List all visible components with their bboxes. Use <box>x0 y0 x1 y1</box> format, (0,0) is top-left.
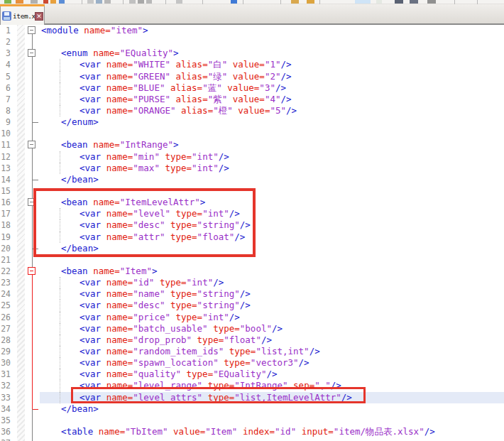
code-line[interactable]: 9</enum> <box>0 116 504 128</box>
code-text: <enum name="EQuality"> <box>40 48 504 59</box>
code-text: <var name="PURSE" alias="紫" value="4"/> <box>40 94 504 105</box>
toolbar-button-fragment[interactable] <box>87 0 94 4</box>
toolbar-button-fragment[interactable] <box>376 0 382 4</box>
code-text: <var name="WHITE" alias="白" value="1"/> <box>40 59 504 70</box>
toolbar-button-fragment[interactable] <box>129 0 136 4</box>
code-line[interactable]: 19<var name="attr" type="float"/> <box>0 232 504 243</box>
toolbar-button-fragment[interactable] <box>176 0 182 4</box>
code-line[interactable]: 33<var name="level_attrs" type="list,Ite… <box>0 392 504 403</box>
code-line[interactable]: 17<var name="level" type="int"/> <box>0 208 504 219</box>
fold-margin <box>14 254 40 266</box>
code-text <box>40 128 504 139</box>
indent-guide <box>60 163 60 174</box>
tab-close-icon[interactable]: ✕ <box>35 12 43 21</box>
toolbar-button-fragment[interactable] <box>231 0 237 4</box>
toolbar-button-fragment[interactable] <box>146 0 152 4</box>
code-text: <table name="TbItem" value="Item" index=… <box>40 426 504 437</box>
line-number: 35 <box>0 415 14 426</box>
code-line[interactable]: 29<var name="random_item_ids" type="list… <box>0 346 504 357</box>
code-text: <var name="price" type="int"/> <box>40 312 504 323</box>
code-line[interactable]: 3<enum name="EQuality"> <box>0 48 504 59</box>
toolbar-button-fragment[interactable] <box>104 0 111 4</box>
code-line[interactable]: 25<var name="desc" type="string"/> <box>0 300 504 311</box>
code-line[interactable]: 1<module name="item"> <box>0 25 504 36</box>
code-line[interactable]: 21 <box>0 254 504 266</box>
toolbar-button-fragment[interactable] <box>395 0 403 4</box>
code-line[interactable]: 20</bean> <box>0 243 504 254</box>
code-line[interactable]: 7<var name="PURSE" alias="紫" value="4"/> <box>0 94 504 105</box>
toolbar-button-fragment[interactable] <box>4 0 11 4</box>
code-text: </enum> <box>40 116 504 128</box>
fold-collapse-icon[interactable] <box>14 139 40 151</box>
fold-margin <box>14 208 40 219</box>
code-text: <bean name="ItemLevelAttr"> <box>40 197 504 208</box>
toolbar-button-fragment[interactable] <box>50 0 56 4</box>
code-line[interactable]: 27<var name="batch_usable" type="bool"/> <box>0 323 504 334</box>
code-line[interactable]: 30<var name="spawn_location" type="vecto… <box>0 357 504 369</box>
code-editor[interactable]: 1<module name="item">23<enum name="EQual… <box>0 25 504 441</box>
fold-margin <box>14 232 40 243</box>
indent-guide <box>60 334 60 346</box>
toolbar-button-fragment[interactable] <box>410 0 418 4</box>
code-line[interactable]: 26<var name="price" type="int"/> <box>0 312 504 323</box>
line-number: 18 <box>0 219 14 231</box>
line-number: 11 <box>0 139 14 151</box>
code-text: <var name="drop_prob" type="float"/> <box>40 334 504 346</box>
fold-collapse-icon[interactable] <box>14 197 40 208</box>
code-line[interactable]: 22<bean name="Item"> <box>0 266 504 277</box>
code-line[interactable]: 16<bean name="ItemLevelAttr"> <box>0 197 504 208</box>
fold-margin <box>14 116 40 128</box>
toolbar-button-fragment[interactable] <box>307 0 314 4</box>
fold-margin <box>14 415 40 426</box>
code-line[interactable]: 6<var name="BLUE" alias="蓝" value="3"/> <box>0 82 504 94</box>
toolbar-button-fragment[interactable] <box>138 0 144 4</box>
fold-collapse-icon[interactable] <box>14 48 40 59</box>
indent-guide <box>60 208 60 219</box>
line-number: 5 <box>0 71 14 82</box>
code-line[interactable]: 2 <box>0 36 504 48</box>
code-text <box>40 185 504 197</box>
code-line[interactable]: 4<var name="WHITE" alias="白" value="1"/> <box>0 59 504 70</box>
toolbar-button-fragment[interactable] <box>59 0 65 4</box>
code-text: <var name="id" type="int"/> <box>40 277 504 288</box>
line-number: 16 <box>0 197 14 208</box>
code-line[interactable]: 28<var name="drop_prob" type="float"/> <box>0 334 504 346</box>
code-line[interactable]: 13<var name="max" type="int"/> <box>0 163 504 174</box>
code-line[interactable]: 35 <box>0 415 504 426</box>
toolbar-button-fragment[interactable] <box>31 0 38 4</box>
toolbar-button-fragment[interactable] <box>43 0 48 4</box>
code-line[interactable]: 10 <box>0 128 504 139</box>
code-line[interactable]: 31<var name="quality" type="EQuality"/> <box>0 369 504 380</box>
toolbar-button-fragment[interactable] <box>16 0 23 4</box>
fold-collapse-icon[interactable] <box>14 266 40 277</box>
code-line[interactable]: 12<var name="min" type="int"/> <box>0 151 504 163</box>
code-line[interactable]: 18<var name="desc" type="string"/> <box>0 219 504 231</box>
toolbar-button-fragment[interactable] <box>355 0 371 4</box>
code-text: <bean name="Item"> <box>40 266 504 277</box>
fold-margin <box>14 288 40 300</box>
code-line[interactable]: 24<var name="name" type="string"/> <box>0 288 504 300</box>
tab-item-xml[interactable]: item.xml ✕ <box>0 6 45 25</box>
code-line[interactable]: 37 <box>0 437 504 441</box>
line-number: 9 <box>0 116 14 128</box>
toolbar-button-fragment[interactable] <box>96 0 102 4</box>
code-line[interactable]: 32<var name="level_range" type="IntRange… <box>0 380 504 391</box>
code-line[interactable]: 36<table name="TbItem" value="Item" inde… <box>0 426 504 437</box>
code-line[interactable]: 8<var name="ORANGE" alias="橙" value="5"/… <box>0 105 504 116</box>
fold-margin <box>14 71 40 82</box>
toolbar-button-fragment[interactable] <box>291 0 299 4</box>
line-number: 32 <box>0 380 14 391</box>
toolbar-button-fragment[interactable] <box>427 0 436 4</box>
fold-collapse-icon[interactable] <box>14 25 40 36</box>
code-line[interactable]: 11<bean name="IntRange"> <box>0 139 504 151</box>
code-text: </bean> <box>40 174 504 185</box>
code-line[interactable]: 34</bean> <box>0 403 504 415</box>
code-line[interactable]: 5<var name="GREEN" alias="绿" value="2"/> <box>0 71 504 82</box>
code-line[interactable]: 15 <box>0 185 504 197</box>
indent-guide <box>60 323 60 334</box>
indent-guide <box>60 346 60 357</box>
code-line[interactable]: 23<var name="id" type="int"/> <box>0 277 504 288</box>
code-text: <var name="quality" type="EQuality"/> <box>40 369 504 380</box>
fold-margin <box>14 185 40 197</box>
code-line[interactable]: 14</bean> <box>0 174 504 185</box>
